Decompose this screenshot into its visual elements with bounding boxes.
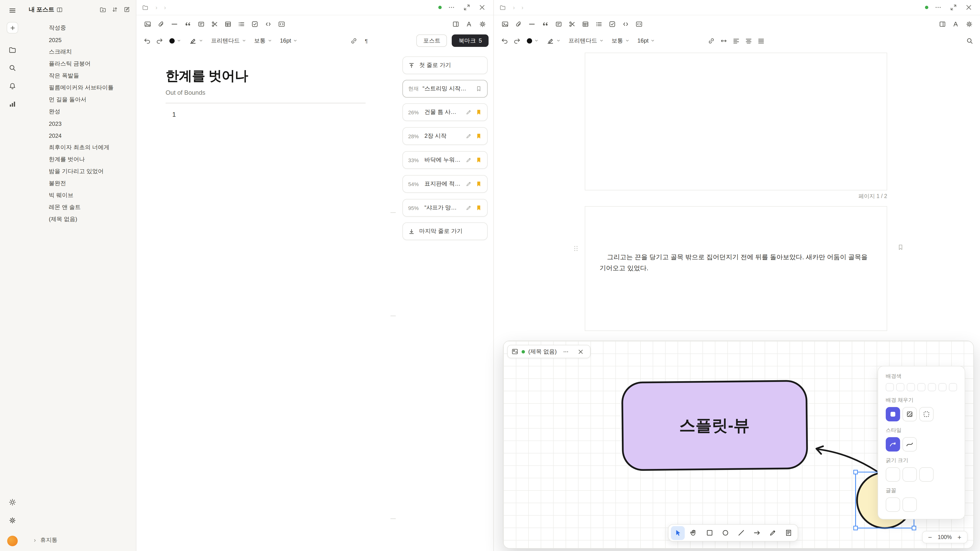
color-swatch[interactable] [896, 383, 904, 391]
size-select[interactable]: 16pt [634, 35, 659, 47]
redo-icon[interactable] [154, 35, 165, 46]
redo-icon[interactable] [511, 35, 523, 46]
bookmark-item[interactable]: 33% 바닥에 누워 있… [402, 151, 488, 169]
trash-item[interactable]: 휴지통 [29, 534, 132, 546]
edit-icon[interactable] [466, 133, 472, 139]
tree-item[interactable]: 작성중 [29, 22, 132, 34]
bookmark-filled-icon[interactable] [476, 205, 482, 211]
breadcrumb-item[interactable] [161, 5, 169, 10]
tree-item[interactable]: 최후이자 최초의 너에게 [29, 141, 132, 154]
page-1[interactable] [585, 52, 887, 191]
highlighter-select[interactable] [543, 35, 564, 47]
menu-icon[interactable] [5, 3, 20, 18]
tree-item[interactable]: 빅 웨이브 [29, 189, 132, 202]
caret-right-icon[interactable] [32, 538, 37, 543]
avatar[interactable] [7, 536, 18, 546]
edit-icon[interactable] [466, 205, 472, 211]
more-icon[interactable] [560, 346, 571, 357]
connector-arrow[interactable] [817, 449, 877, 471]
weight-option[interactable] [919, 467, 934, 482]
tree-item[interactable]: 필름메이커와 서브타이틀 [29, 82, 132, 94]
size-select[interactable]: 16pt [277, 35, 301, 47]
zoom-in-button[interactable]: + [955, 532, 964, 542]
bookmark-filled-icon[interactable] [476, 157, 482, 163]
breadcrumb-item[interactable] [510, 5, 518, 10]
tree-item[interactable]: 밤을 기다리고 있었어 [29, 165, 132, 178]
tree-item[interactable]: (제목 없음) [29, 213, 132, 225]
tree-item[interactable]: 불완전 [29, 178, 132, 189]
expand-icon[interactable] [461, 2, 472, 13]
tree-item[interactable]: 작은 폭발들 [29, 70, 132, 82]
split-view-icon[interactable] [57, 6, 63, 13]
bookmark-item[interactable]: 54% 표지판에 적힌 … [402, 175, 488, 193]
font-select[interactable]: 프리텐다드 [565, 35, 607, 47]
bookmark-item[interactable]: 26% 건물 틈 사이로… [402, 103, 488, 121]
bookmark-filled-icon[interactable] [476, 109, 482, 115]
color-swatch[interactable] [928, 383, 936, 391]
draw-tool[interactable] [765, 526, 780, 540]
breadcrumb-item[interactable] [152, 5, 161, 10]
expand-icon[interactable] [947, 2, 959, 13]
color-swatch[interactable] [939, 383, 947, 391]
go-last-line-button[interactable]: 마지막 줄로 가기 [402, 222, 488, 240]
weight-select[interactable]: 보통 [608, 35, 633, 47]
rectangle-tool[interactable] [702, 526, 716, 540]
undo-icon[interactable] [141, 35, 153, 46]
weight-option[interactable] [902, 467, 917, 482]
close-icon[interactable] [963, 2, 974, 13]
arrow-tool[interactable] [750, 526, 764, 540]
fill-none-button[interactable] [919, 407, 934, 421]
bookmark-icon[interactable] [476, 86, 482, 92]
bookmark-item[interactable]: 95% “샤프가 망가… [402, 199, 488, 217]
zoom-level[interactable]: 100% [936, 534, 954, 540]
color-swatch[interactable] [907, 383, 915, 391]
style-curve-button[interactable] [902, 437, 917, 451]
line-tool[interactable] [734, 526, 748, 540]
more-icon[interactable] [932, 2, 943, 13]
edit-icon[interactable] [466, 157, 472, 163]
zoom-out-button[interactable]: − [925, 532, 935, 542]
tree-item[interactable]: 먼 길을 돌아서 [29, 94, 132, 106]
bookmark-button[interactable]: 북마크 5 [452, 35, 488, 47]
style-curved-arrow-button[interactable] [886, 437, 900, 451]
tree-item[interactable]: 한계를 벗어나 [29, 154, 132, 165]
text-color-select[interactable] [523, 35, 542, 47]
new-item-button[interactable] [7, 22, 18, 33]
font-select[interactable]: 프리텐다드 [208, 35, 250, 47]
more-icon[interactable] [445, 2, 457, 13]
tree-item[interactable]: 플라스틱 금붕어 [29, 58, 132, 70]
paragraph[interactable]: 그리고는 끈을 당기고 골목 밖으로 집어던지기 전에 뒤를 돌아보았다. 새카… [600, 252, 872, 273]
bookmark-item[interactable]: 28% 2장 시작 [402, 127, 488, 145]
bookmark-icon[interactable] [897, 244, 904, 251]
tree-item[interactable]: 스크래치 [29, 46, 132, 58]
note-tool[interactable] [781, 526, 795, 540]
drag-handle-icon[interactable] [572, 245, 579, 252]
color-swatch[interactable] [949, 383, 957, 391]
document[interactable]: 한계를 벗어나 Out of Bounds 1 [165, 49, 366, 551]
close-icon[interactable] [476, 2, 488, 13]
weight-select[interactable]: 보통 [251, 35, 275, 47]
color-swatch[interactable] [886, 383, 894, 391]
search-icon[interactable] [964, 35, 975, 46]
close-icon[interactable] [575, 346, 586, 357]
shape-label[interactable]: 스플릿-뷰 [679, 416, 750, 434]
select-tool[interactable] [671, 526, 685, 540]
post-button[interactable]: 포스트 [417, 35, 447, 47]
current-position-card[interactable]: 현재 “스트리밍 시작해줘,… [402, 80, 488, 98]
text-color-select[interactable] [166, 35, 185, 47]
breadcrumb-item[interactable] [518, 5, 527, 10]
tree-item[interactable]: 완성 [29, 106, 132, 118]
weight-option[interactable] [886, 467, 900, 482]
font-option[interactable] [902, 497, 917, 512]
go-first-line-button[interactable]: 첫 줄로 가기 [402, 56, 488, 74]
page-2[interactable]: 그리고는 끈을 당기고 골목 밖으로 집어던지기 전에 뒤를 돌아보았다. 새카… [585, 206, 887, 331]
undo-icon[interactable] [499, 35, 510, 46]
tree-item[interactable]: 2024 [29, 130, 132, 141]
font-option[interactable] [886, 497, 900, 512]
fill-solid-button[interactable] [886, 407, 900, 421]
highlighter-select[interactable] [186, 35, 207, 47]
edit-icon[interactable] [466, 109, 472, 115]
fill-hatch-button[interactable] [902, 407, 917, 421]
ellipse-tool[interactable] [718, 526, 732, 540]
tree-item[interactable]: 2023 [29, 118, 132, 130]
